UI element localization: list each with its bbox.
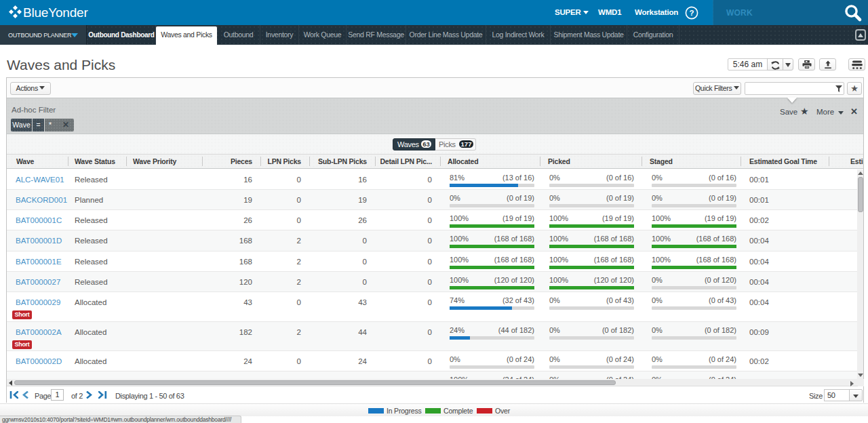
svg-text:?: ? <box>689 9 694 17</box>
